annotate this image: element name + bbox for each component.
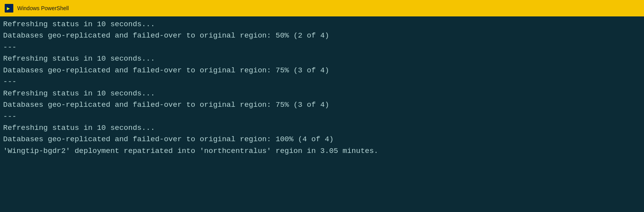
terminal-line: Databases geo-replicated and failed-over…: [3, 30, 641, 41]
terminal-body[interactable]: Refreshing status in 10 seconds...Databa…: [0, 16, 644, 212]
terminal-line: Databases geo-replicated and failed-over…: [3, 134, 641, 145]
powershell-window: ► Windows PowerShell Refreshing status i…: [0, 0, 644, 212]
terminal-line: Databases geo-replicated and failed-over…: [3, 99, 641, 111]
title-bar[interactable]: ► Windows PowerShell: [0, 0, 644, 16]
terminal-line: ---: [3, 42, 641, 53]
terminal-line: Refreshing status in 10 seconds...: [3, 122, 641, 134]
terminal-line: ---: [3, 76, 641, 88]
terminal-line: ---: [3, 111, 641, 122]
powershell-icon: ►: [5, 4, 13, 13]
terminal-line: Refreshing status in 10 seconds...: [3, 53, 641, 65]
terminal-line: Refreshing status in 10 seconds...: [3, 88, 641, 99]
svg-text:►: ►: [6, 5, 11, 11]
terminal-line: Refreshing status in 10 seconds...: [3, 19, 641, 30]
terminal-line: 'Wingtip-bgdr2' deployment repatriated i…: [3, 146, 641, 157]
window-title: Windows PowerShell: [17, 5, 69, 11]
terminal-line: Databases geo-replicated and failed-over…: [3, 65, 641, 76]
